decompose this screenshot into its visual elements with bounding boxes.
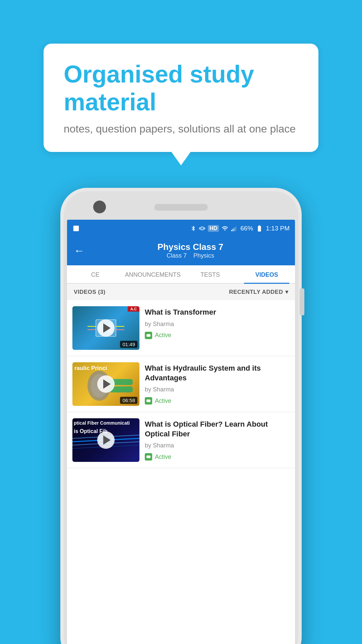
video-info-1: What is Transformer by Sharma Active (145, 306, 290, 350)
video-list: 01:49 A.C What is Transformer by Sharma … (67, 300, 295, 644)
video-status-3: Active (145, 453, 290, 461)
video-author-2: by Sharma (145, 386, 290, 393)
phone-side-button (300, 288, 304, 315)
svg-rect-2 (234, 228, 235, 231)
video-thumb-3: ptical Fiber Communicati is Optical Fib (72, 418, 139, 462)
svg-rect-1 (233, 229, 234, 231)
filter-bar: VIDEOS (3) RECENTLY ADDED ▾ (67, 284, 295, 300)
optical-thumb-text1: ptical Fiber Communicati (74, 420, 130, 426)
page-subtitle: Class 7 Physics (93, 252, 288, 259)
video-duration-1: 01:49 (120, 341, 137, 348)
speech-bubble: Organised study material notes, question… (44, 44, 318, 152)
video-info-3: What is Optical Fiber? Learn About Optic… (145, 418, 290, 462)
tab-tests[interactable]: TESTS (182, 265, 239, 283)
video-item-3[interactable]: ptical Fiber Communicati is Optical Fib … (67, 412, 295, 468)
app-header: ← Physics Class 7 Class 7 Physics (67, 237, 295, 265)
tab-announcements[interactable]: ANNOUNCEMENTS (124, 265, 182, 283)
video-item-2[interactable]: raulic Princi 06:58 What is Hydraulic Sy… (67, 356, 295, 412)
video-item-1[interactable]: 01:49 A.C What is Transformer by Sharma … (67, 300, 295, 356)
chat-icon-1 (145, 332, 152, 339)
phone-outer-shell: HD 66% 1:13 PM ← (60, 188, 302, 644)
video-status-1: Active (145, 332, 290, 339)
svg-rect-3 (236, 226, 237, 231)
status-bar: HD 66% 1:13 PM (67, 220, 295, 237)
video-thumb-2: raulic Princi 06:58 (72, 362, 139, 406)
vibrate-icon (199, 225, 205, 231)
video-info-2: What is Hydraulic System and its Advanta… (145, 362, 290, 406)
phone-inner-shell: HD 66% 1:13 PM ← (64, 191, 298, 644)
phone-speaker (154, 204, 208, 211)
video-author-1: by Sharma (145, 321, 290, 328)
tab-videos[interactable]: VIDEOS (238, 265, 295, 283)
wifi-icon (222, 225, 228, 232)
video-title-2: What is Hydraulic System and its Advanta… (145, 364, 290, 383)
status-time: 1:13 PM (266, 225, 290, 232)
svg-rect-0 (231, 230, 232, 231)
sort-button[interactable]: RECENTLY ADDED ▾ (229, 288, 288, 296)
phone-camera (93, 201, 106, 213)
signal-icon (231, 225, 238, 232)
video-status-2: Active (145, 397, 290, 405)
video-title-3: What is Optical Fiber? Learn About Optic… (145, 420, 290, 439)
speech-bubble-heading: Organised study material (64, 60, 298, 116)
battery-icon (256, 225, 263, 232)
tab-ce[interactable]: CE (67, 265, 124, 283)
status-bar-left (72, 225, 80, 232)
chat-icon-2 (145, 397, 152, 405)
ac-label: A.C (128, 306, 139, 312)
video-count-label: VIDEOS (3) (74, 289, 106, 296)
bluetooth-icon (190, 225, 196, 231)
battery-percent: 66% (240, 225, 253, 232)
video-duration-2: 06:58 (120, 397, 137, 404)
header-title-block: Physics Class 7 Class 7 Physics (93, 242, 288, 259)
status-bar-right: HD 66% 1:13 PM (190, 225, 290, 232)
subtitle-subject: Physics (193, 252, 214, 259)
phone-device: HD 66% 1:13 PM ← (60, 188, 302, 644)
phone-screen: HD 66% 1:13 PM ← (67, 220, 295, 644)
video-thumb-1: 01:49 A.C (72, 306, 139, 350)
video-title-1: What is Transformer (145, 308, 290, 317)
hd-badge: HD (208, 225, 219, 232)
back-button[interactable]: ← (74, 245, 84, 257)
speech-bubble-subtext: notes, question papers, solutions all at… (64, 123, 298, 135)
chat-icon-3 (145, 453, 152, 461)
background: Organised study material notes, question… (0, 44, 362, 644)
page-title: Physics Class 7 (93, 242, 288, 252)
video-author-3: by Sharma (145, 442, 290, 449)
image-icon (72, 225, 80, 232)
hydraulic-thumb-text: raulic Princi (74, 365, 107, 372)
tab-bar: CE ANNOUNCEMENTS TESTS VIDEOS (67, 265, 295, 284)
chevron-down-icon: ▾ (285, 288, 289, 296)
subtitle-class: Class 7 (167, 252, 187, 259)
